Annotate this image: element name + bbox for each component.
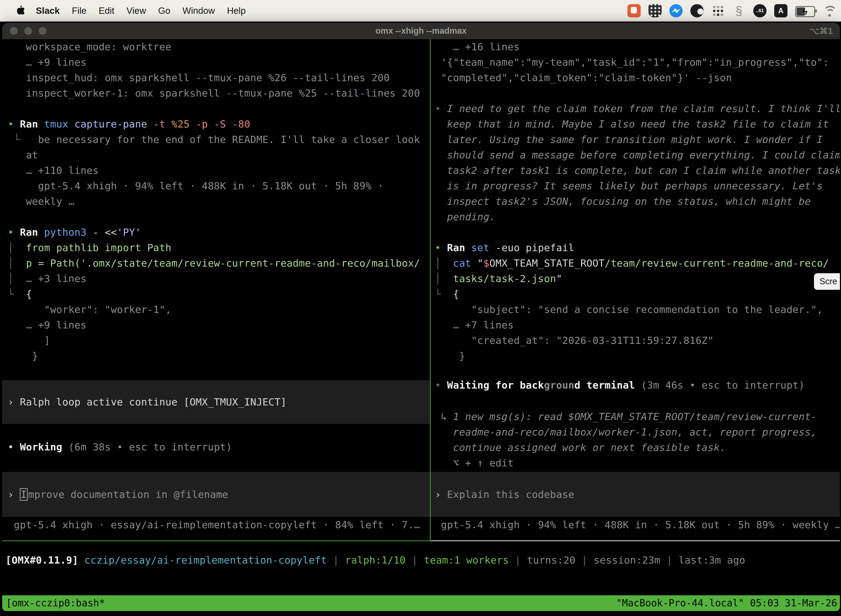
- tmux-session-name[interactable]: [omx-cczip0:bash*: [2, 595, 105, 611]
- slack-notification-icon[interactable]: [627, 4, 641, 18]
- window-shortcut: ⌥⌘1: [810, 26, 833, 36]
- mailbox-notice: ↳ 1 new msg(s): read $OMX_TEAM_STATE_ROO…: [435, 409, 840, 471]
- worker-prompt-input[interactable]: › Explain this codebase: [431, 472, 840, 517]
- pane-hud[interactable]: workspace_mode: worktree … +9 lines insp…: [2, 39, 430, 541]
- shortcuts-icon[interactable]: [732, 4, 746, 18]
- worker-output: … +16 lines '{"team_name":"my-team","tas…: [435, 39, 840, 364]
- menu-items[interactable]: SlackFileEditViewGoWindowHelp: [26, 6, 246, 16]
- window-title: omx --xhigh --madmax: [2, 26, 840, 36]
- ralph-loop-banner: › Ralph loop active continue [OMX_TMUX_I…: [2, 380, 430, 424]
- messenger-icon[interactable]: [670, 4, 683, 18]
- hud-session-status: gpt-5.4 xhigh · essay/ai-reimplementatio…: [8, 517, 430, 532]
- keypad-shield-icon[interactable]: [648, 4, 662, 18]
- menu-status-icons[interactable]: ..61A: [620, 4, 836, 18]
- working-status: • Working (6m 38s • esc to interrupt): [8, 439, 430, 455]
- terminal-window: omx --xhigh --madmax ⌥⌘1 workspace_mode:…: [2, 23, 840, 611]
- waiting-status: • Waiting for background terminal (3m 46…: [435, 378, 840, 393]
- screen: SlackFileEditViewGoWindowHelp ..61A omx …: [0, 0, 841, 616]
- battery-charging-icon[interactable]: [795, 6, 815, 17]
- pane-worker-1[interactable]: … +16 lines '{"team_name":"my-team","tas…: [431, 39, 840, 541]
- menu-bar: SlackFileEditViewGoWindowHelp ..61A: [0, 0, 841, 22]
- input-source-icon[interactable]: A: [774, 4, 787, 18]
- wifi-icon[interactable]: [823, 5, 836, 18]
- apple-icon[interactable]: [15, 5, 24, 16]
- hud-output: workspace_mode: worktree … +9 lines insp…: [8, 39, 430, 364]
- worker-session-status: gpt-5.4 xhigh · 94% left · 488K in · 5.1…: [435, 517, 840, 532]
- omx-status-line: [OMX#0.11.9] cczip/essay/ai-reimplementa…: [6, 553, 745, 568]
- tmux-host-clock: "MacBook-Pro-44.local" 05:03 31-Mar-26: [616, 595, 840, 611]
- contrast-icon[interactable]: [690, 4, 703, 18]
- dots-grid-icon[interactable]: [711, 4, 725, 18]
- hud-prompt-input[interactable]: › Improve documentation in @filename: [2, 472, 430, 517]
- badge-61-icon[interactable]: ..61: [753, 4, 766, 18]
- tmux-status-bar: [omx-cczip0:bash* "MacBook-Pro-44.local"…: [2, 595, 840, 611]
- screen-tooltip: Scre: [814, 273, 840, 290]
- window-titlebar[interactable]: omx --xhigh --madmax ⌥⌘1: [2, 23, 840, 39]
